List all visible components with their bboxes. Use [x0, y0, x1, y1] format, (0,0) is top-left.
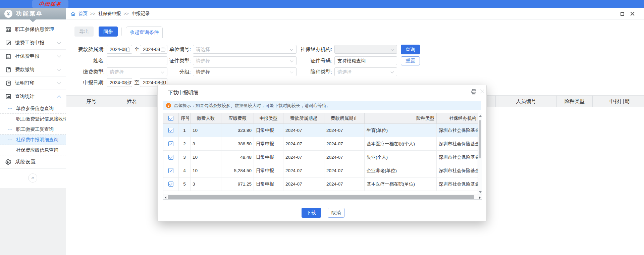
sidebar-item[interactable]: 证明打印 — [0, 76, 66, 90]
scroll-down-icon[interactable] — [479, 191, 482, 193]
sidebar-item-settings[interactable]: 系统设置 — [0, 155, 66, 169]
breadcrumb-home-link[interactable]: 首页 — [78, 11, 88, 17]
print-icon[interactable] — [471, 89, 477, 95]
query-button[interactable]: 查询 — [401, 45, 420, 54]
download-button[interactable]: 下载 — [302, 208, 321, 218]
group-select[interactable]: 请选择 — [193, 67, 297, 76]
sidebar-subitem[interactable]: 社保费申报明细查询 — [0, 135, 66, 145]
modal-tip-bar: i 温馨提示：如果勾选条数较多、数据量较大时，可能下载时间较长，请耐心等待。 — [163, 101, 481, 110]
agency-label: 社保经办机构: — [284, 45, 332, 54]
cell-type: 日常申报 — [254, 124, 283, 137]
vertical-scroll-thumb[interactable] — [479, 120, 481, 158]
vertical-scrollbar[interactable] — [478, 113, 482, 195]
cell-type: 日常申报 — [254, 151, 283, 164]
close-icon[interactable] — [630, 12, 635, 16]
logo-text: 中国税务 — [38, 0, 62, 8]
agency-select[interactable] — [334, 45, 397, 54]
gear-icon — [5, 159, 11, 165]
row-checkbox[interactable] — [168, 128, 173, 133]
sidebar-subitem[interactable]: 单位参保信息查询 — [0, 103, 66, 114]
check-icon — [169, 128, 172, 132]
modal-table-body: 1 10 323.80 日常申报 2024-07 2024-07 生育(单位) … — [163, 124, 482, 191]
results-header-cell: 序号 — [77, 96, 106, 107]
modal-tip-text: 温馨提示：如果勾选条数较多、数据量较大时，可能下载时间较长，请耐心等待。 — [174, 103, 331, 108]
cell-no: 5 — [179, 177, 191, 191]
cancel-button[interactable]: 取消 — [328, 208, 344, 218]
table-row[interactable]: 5 3 971.25 日常申报 2024-07 2024-07 基本医疗一档在职… — [163, 177, 482, 191]
cell-insurance: 失业(个人) — [365, 151, 437, 164]
clipboard-icon — [5, 53, 11, 59]
modal-close-icon[interactable] — [480, 90, 484, 94]
cell-count: 3 — [191, 177, 221, 191]
period-from-input[interactable]: 2024-08 — [107, 45, 132, 54]
sidebar-item[interactable]: 社保费申报 — [0, 50, 66, 63]
cell-insurance: 生育(单位) — [365, 124, 437, 137]
sidebar-item-label: 费款缴纳 — [15, 66, 35, 73]
table-row[interactable]: 4 10 5,284.50 日常申报 2024-07 2024-07 企业养老(… — [163, 164, 482, 177]
cell-amount: 48.48 — [221, 151, 254, 164]
cell-agency: 深圳市社会保险基金管理 — [437, 177, 478, 191]
chevron-down-icon — [391, 48, 394, 51]
insurance-type-select[interactable]: 请选择 — [334, 67, 397, 76]
horizontal-scrollbar[interactable] — [163, 195, 482, 199]
table-row[interactable]: 3 10 48.48 日常申报 2024-07 2024-07 失业(个人) 深… — [163, 151, 482, 164]
sidebar-item[interactable]: 职工参保信息管理 — [0, 23, 66, 36]
breadcrumb-separator: >> — [124, 11, 129, 16]
sidebar-collapse-button[interactable]: « — [28, 173, 37, 183]
row-checkbox[interactable] — [168, 141, 173, 146]
select-all-checkbox[interactable] — [168, 116, 173, 121]
unit-select[interactable]: 请选择 — [193, 45, 297, 54]
scroll-up-icon[interactable] — [479, 115, 482, 117]
cell-amount: 323.80 — [221, 124, 254, 137]
sidebar-subitem[interactable]: 职工缴费工资查询 — [0, 124, 66, 135]
sidebar-menu: 职工参保信息管理 缴费工资申报 社保费申报 费款缴纳 — [0, 23, 66, 103]
cert-no-input[interactable]: 支持模糊查询 — [334, 56, 397, 65]
cell-period-from: 2024-07 — [283, 137, 324, 150]
table-row[interactable]: 1 10 323.80 日常申报 2024-07 2024-07 生育(单位) … — [163, 124, 482, 137]
to-label: 至 — [134, 78, 140, 87]
export-button[interactable]: 导出 — [74, 27, 94, 37]
chevron-icon — [57, 40, 61, 44]
table-row[interactable]: 2 3 388.50 日常申报 2024-07 2024-07 基本医疗一档在职… — [163, 137, 482, 151]
scroll-right-icon[interactable] — [479, 196, 481, 199]
cell-count: 10 — [191, 151, 221, 164]
cell-agency: 深圳市社会保险基金管理 — [437, 124, 478, 137]
reset-button[interactable]: 重置 — [401, 56, 420, 65]
row-checkbox[interactable] — [168, 155, 173, 160]
row-checkbox[interactable] — [168, 168, 173, 173]
chevron-icon — [57, 54, 61, 57]
header-insurance: 险种类型 — [365, 113, 437, 123]
header-type: 申报类型 — [254, 113, 283, 123]
insurance-type-label: 险种类型: — [284, 67, 332, 76]
results-header-cell: 姓名 — [106, 96, 158, 107]
maximize-icon[interactable] — [621, 12, 624, 16]
window-controls — [621, 8, 635, 19]
sync-button[interactable]: 同步 — [99, 27, 118, 37]
cert-type-select[interactable]: 请选择 — [193, 56, 297, 65]
sidebar-item[interactable]: 费款缴纳 — [0, 63, 66, 76]
tax-logo: 中国税务 — [32, 0, 68, 8]
sidebar-footer-area — [0, 188, 66, 255]
scroll-left-icon[interactable] — [165, 196, 166, 199]
check-icon — [169, 116, 172, 119]
header-triangle-icon — [30, 19, 36, 22]
pay-type-label: 缴费类型: — [70, 67, 105, 76]
cell-period-from: 2024-07 — [283, 164, 324, 177]
sidebar-header: ¥ 功能菜单 — [0, 8, 66, 19]
sidebar-title: 功能菜单 — [16, 8, 43, 19]
sidebar-item[interactable]: 查询统计 — [0, 90, 66, 103]
horizontal-scroll-thumb[interactable] — [168, 195, 474, 199]
receipt-icon — [5, 80, 11, 86]
row-checkbox[interactable] — [168, 182, 173, 187]
sidebar-item-label: 缴费工资申报 — [15, 40, 44, 46]
cell-insurance: 基本医疗一档在职(个人) — [365, 137, 437, 150]
sidebar-item[interactable]: 缴费工资申报 — [0, 36, 66, 50]
sidebar-subitem[interactable]: 社保费应缴信息查询 — [0, 145, 66, 155]
collapse-query-tab[interactable]: 收起查询条件 — [126, 27, 163, 38]
header-period-from: 费款所属期起 — [283, 113, 324, 123]
sidebar-subitem[interactable]: 职工缴费登记信息接收情 — [0, 114, 66, 124]
breadcrumb-crumb: 申报记录 — [132, 11, 150, 17]
declare-from-input[interactable]: 2024-08-01 — [107, 78, 132, 87]
cell-period-to: 2024-07 — [324, 124, 365, 137]
sidebar-item-label: 查询统计 — [15, 93, 35, 100]
